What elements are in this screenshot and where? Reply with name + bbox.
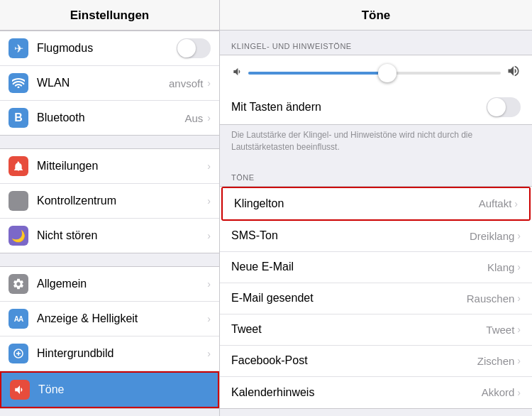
wifi-icon xyxy=(9,73,28,93)
tweet-value: Tweet xyxy=(486,324,514,336)
tweet-label: Tweet xyxy=(231,323,486,336)
klingelton-value: Auftakt xyxy=(479,197,512,209)
sidebar-item-label-bluetooth: Bluetooth xyxy=(37,111,184,124)
sidebar: Einstellungen ✈ Flugmodus WLAN anvsoft ›… xyxy=(0,0,220,416)
flugmodus-toggle[interactable] xyxy=(177,38,211,58)
sidebar-item-tone[interactable]: Töne xyxy=(0,371,219,408)
sidebar-item-label-tone: Töne xyxy=(38,383,209,396)
main-panel: Töne KLINGEL- UND HINWEISTÖNE Mit Tasten… xyxy=(220,0,532,416)
bluetooth-icon: B xyxy=(9,108,28,128)
emailgesendet-label: E-Mail gesendet xyxy=(231,292,467,305)
sidebar-item-bluetooth[interactable]: B Bluetooth Aus › xyxy=(0,101,219,135)
display-icon: AA xyxy=(9,309,28,329)
sidebar-item-allgemein[interactable]: Allgemein › xyxy=(0,267,219,302)
mitteilungen-chevron: › xyxy=(207,160,211,172)
general-icon xyxy=(9,274,28,294)
sounds-icon xyxy=(10,380,30,400)
sidebar-item-flugmodus[interactable]: ✈ Flugmodus xyxy=(0,31,219,66)
sidebar-section-3: Allgemein › AA Anzeige & Helligkeit › Hi… xyxy=(0,266,219,409)
bluetooth-value: Aus xyxy=(184,112,203,124)
smston-row[interactable]: SMS-Ton Dreiklang › xyxy=(220,221,532,252)
sidebar-item-label-kontrollzentrum: Kontrollzentrum xyxy=(37,195,207,207)
dnd-icon: 🌙 xyxy=(9,226,28,246)
neuemail-label: Neue E-Mail xyxy=(231,261,487,273)
hintergrundbild-chevron: › xyxy=(207,348,211,359)
sidebar-item-label-allgemein: Allgemein xyxy=(37,278,207,290)
tweet-row[interactable]: Tweet Tweet › xyxy=(220,314,532,346)
neuemail-value: Klang xyxy=(487,261,514,273)
mit-tasten-row[interactable]: Mit Tasten ändern xyxy=(220,90,532,124)
smston-value: Dreiklang xyxy=(470,230,514,242)
bluetooth-chevron: › xyxy=(207,112,211,124)
sidebar-item-label-flugmodus: Flugmodus xyxy=(37,42,177,55)
flugmodus-toggle-knob xyxy=(177,39,196,58)
sidebar-section-2: Mitteilungen › Kontrollzentrum › 🌙 Nicht… xyxy=(0,148,219,253)
sidebar-item-label-anzeige: Anzeige & Helligkeit xyxy=(37,312,207,325)
sidebar-item-wlan[interactable]: WLAN anvsoft › xyxy=(0,66,219,101)
kontrollzentrum-chevron: › xyxy=(207,195,211,207)
sidebar-item-label-nichtstoren: Nicht stören xyxy=(37,229,207,242)
sidebar-item-label-mitteilungen: Mitteilungen xyxy=(37,160,207,173)
tones-group: Klingelton Auftakt › SMS-Ton Dreiklang ›… xyxy=(220,186,532,409)
neuemail-row[interactable]: Neue E-Mail Klang › xyxy=(220,252,532,283)
allgemein-chevron: › xyxy=(207,278,211,290)
smston-chevron: › xyxy=(517,230,521,241)
facebookpost-chevron: › xyxy=(517,355,521,366)
sidebar-item-label-hintergrundbild: Hintergrundbild xyxy=(37,347,207,360)
klingelton-highlight-wrapper: Klingelton Auftakt › xyxy=(221,187,531,221)
wlan-chevron: › xyxy=(207,77,211,89)
volume-group: Mit Tasten ändern xyxy=(220,55,532,125)
volume-high-icon xyxy=(506,64,521,82)
section1-title: KLINGEL- UND HINWEISTÖNE xyxy=(220,31,532,55)
facebookpost-row[interactable]: Facebook-Post Zischen › xyxy=(220,346,532,377)
tweet-chevron: › xyxy=(517,324,521,335)
volume-low-icon xyxy=(231,66,243,80)
anzeige-chevron: › xyxy=(207,313,211,324)
volume-slider-track[interactable] xyxy=(248,72,501,75)
mit-tasten-toggle[interactable] xyxy=(487,97,521,117)
sidebar-item-kontrollzentrum[interactable]: Kontrollzentrum › xyxy=(0,184,219,219)
sidebar-gap-1 xyxy=(0,136,219,148)
sidebar-section-1: ✈ Flugmodus WLAN anvsoft › B Bluetooth A… xyxy=(0,31,219,136)
facebookpost-value: Zischen xyxy=(477,355,515,367)
sidebar-header: Einstellungen xyxy=(0,0,219,31)
facebookpost-label: Facebook-Post xyxy=(231,354,477,367)
neuemail-chevron: › xyxy=(517,261,521,273)
kalenderhinweis-label: Kalenderhinweis xyxy=(231,386,482,399)
mit-tasten-toggle-knob xyxy=(487,98,506,116)
kalenderhinweis-chevron: › xyxy=(517,387,521,398)
sidebar-item-anzeige[interactable]: AA Anzeige & Helligkeit › xyxy=(0,302,219,336)
emailgesendet-chevron: › xyxy=(517,292,521,304)
sidebar-item-hintergrundbild[interactable]: Hintergrundbild › xyxy=(0,336,219,371)
smston-label: SMS-Ton xyxy=(231,229,470,242)
section2-title: TÖNE xyxy=(220,162,532,186)
airplane-icon: ✈ xyxy=(9,38,28,58)
wallpaper-icon xyxy=(9,344,28,363)
mit-tasten-label: Mit Tasten ändern xyxy=(231,101,487,114)
main-header: Töne xyxy=(220,0,532,31)
volume-slider-thumb[interactable] xyxy=(378,64,397,82)
volume-slider-fill xyxy=(248,72,387,75)
nichtstoren-chevron: › xyxy=(207,230,211,241)
kalenderhinweis-value: Akkord xyxy=(482,386,515,398)
control-center-icon xyxy=(9,191,28,211)
emailgesendet-row[interactable]: E-Mail gesendet Rauschen › xyxy=(220,283,532,314)
klingelton-row[interactable]: Klingelton Auftakt › xyxy=(223,188,529,219)
volume-row xyxy=(220,55,532,90)
sidebar-gap-2 xyxy=(0,253,219,266)
notifications-icon xyxy=(9,156,28,176)
sidebar-item-nichtstoren[interactable]: 🌙 Nicht stören › xyxy=(0,219,219,253)
sidebar-item-mitteilungen[interactable]: Mitteilungen › xyxy=(0,149,219,184)
wlan-value: anvsoft xyxy=(169,77,203,89)
emailgesendet-value: Rauschen xyxy=(467,292,515,305)
info-text: Die Lautstärke der Klingel- und Hinweist… xyxy=(220,125,532,162)
klingelton-label: Klingelton xyxy=(234,197,479,210)
kalenderhinweis-row[interactable]: Kalenderhinweis Akkord › xyxy=(220,377,532,408)
sidebar-item-label-wlan: WLAN xyxy=(37,77,169,89)
klingelton-chevron: › xyxy=(514,198,518,209)
